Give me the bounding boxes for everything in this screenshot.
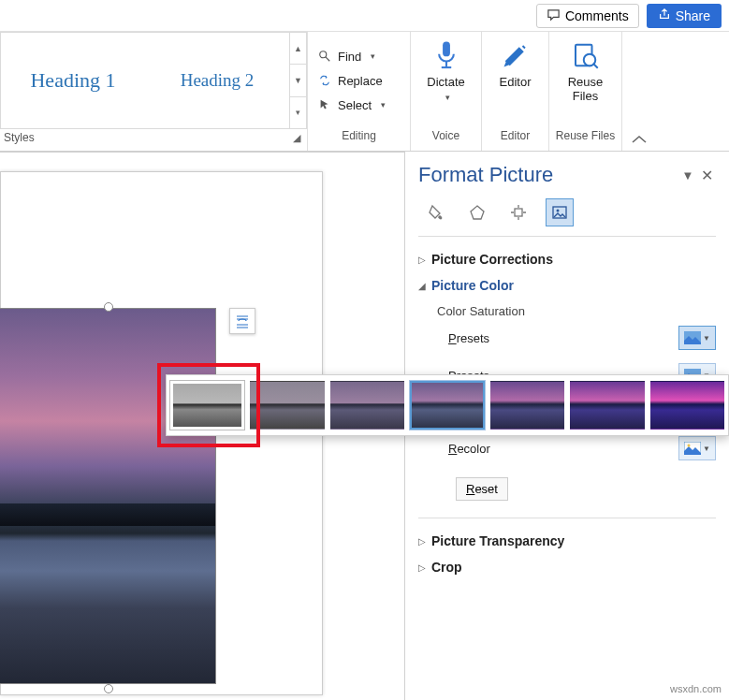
- reuse-files-group-label: Reuse Files: [556, 129, 615, 146]
- svg-line-7: [593, 64, 598, 68]
- selection-handle-bottom[interactable]: [104, 684, 113, 693]
- tab-layout[interactable]: [504, 198, 532, 226]
- voice-group: Dictate ▾ Voice: [411, 32, 482, 151]
- svg-point-15: [688, 445, 691, 447]
- find-button[interactable]: Find ▾: [313, 45, 404, 67]
- style-heading-2[interactable]: Heading 2: [145, 33, 289, 128]
- pane-title: Format Picture: [418, 163, 678, 187]
- svg-line-1: [326, 57, 329, 61]
- svg-marker-8: [471, 206, 484, 219]
- layout-options-button[interactable]: [229, 308, 255, 334]
- find-dropdown[interactable]: ▾: [371, 51, 375, 61]
- share-icon: [658, 7, 671, 23]
- pane-close-button[interactable]: ✕: [697, 167, 716, 184]
- comment-icon: [547, 7, 561, 24]
- microphone-icon: [430, 39, 462, 71]
- pane-options-button[interactable]: ▼: [678, 168, 697, 182]
- gallery-scroll-up[interactable]: ▲: [290, 33, 306, 65]
- preset-thumb-6[interactable]: [650, 381, 724, 430]
- select-icon: [317, 98, 332, 111]
- style-heading-1[interactable]: Heading 1: [1, 33, 145, 128]
- section-title: Crop: [431, 560, 462, 575]
- watermark: wsxdn.com: [670, 683, 722, 694]
- tab-picture[interactable]: [546, 198, 574, 226]
- share-button[interactable]: Share: [647, 4, 722, 28]
- editor-group: Editor Editor: [482, 32, 549, 151]
- styles-dialog-launcher[interactable]: ◢: [290, 131, 303, 144]
- comments-button[interactable]: Comments: [536, 4, 639, 28]
- section-picture-transparency[interactable]: ▷ Picture Transparency: [418, 528, 716, 554]
- dictate-label: Dictate: [427, 75, 464, 89]
- editor-group-label: Editor: [501, 129, 530, 146]
- selected-picture[interactable]: [0, 308, 216, 684]
- select-dropdown[interactable]: ▾: [381, 100, 386, 109]
- svg-rect-2: [443, 42, 450, 57]
- section-picture-corrections[interactable]: ▷ Picture Corrections: [418, 246, 716, 272]
- reset-button[interactable]: Reset: [456, 477, 508, 501]
- replace-button[interactable]: Replace: [313, 69, 404, 92]
- svg-rect-9: [515, 209, 522, 216]
- svg-point-11: [557, 210, 560, 212]
- gallery-expand[interactable]: ▾: [290, 97, 306, 128]
- saturation-presets-gallery: [166, 374, 729, 436]
- tab-effects[interactable]: [463, 198, 491, 226]
- preset-thumb-2[interactable]: [330, 381, 404, 430]
- collapse-ribbon-button[interactable]: [622, 32, 656, 151]
- section-title: Picture Color: [431, 278, 514, 293]
- color-saturation-label: Color Saturation: [437, 304, 716, 318]
- section-picture-color[interactable]: ◢ Picture Color: [418, 272, 716, 299]
- select-label: Select: [338, 98, 372, 112]
- reuse-files-label: Reuse Files: [568, 75, 604, 103]
- comments-label: Comments: [565, 8, 629, 23]
- section-title: Picture Corrections: [431, 252, 553, 267]
- editor-button[interactable]: Editor: [487, 32, 545, 129]
- recolor-label: Recolor: [448, 442, 490, 456]
- dictate-dropdown[interactable]: ▾: [445, 93, 450, 102]
- replace-label: Replace: [338, 74, 383, 88]
- styles-gallery-scroll: ▲ ▼ ▾: [289, 33, 306, 128]
- replace-icon: [317, 74, 332, 87]
- section-crop[interactable]: ▷ Crop: [418, 554, 716, 580]
- svg-point-0: [320, 51, 327, 58]
- expand-icon: ▷: [418, 255, 431, 265]
- editor-label: Editor: [500, 75, 532, 89]
- styles-gallery: Heading 1 Heading 2 ▲ ▼ ▾: [0, 32, 307, 129]
- select-button[interactable]: Select ▾: [313, 94, 404, 116]
- preset-thumb-5[interactable]: [570, 381, 644, 430]
- gallery-scroll-down[interactable]: ▼: [290, 65, 306, 96]
- saturation-presets-button[interactable]: ▼: [678, 326, 716, 350]
- find-label: Find: [338, 50, 361, 64]
- reuse-files-button[interactable]: Reuse Files: [555, 32, 617, 129]
- tab-fill-line[interactable]: [422, 198, 450, 226]
- editor-icon: [500, 39, 532, 71]
- styles-group-label: Styles: [4, 131, 35, 144]
- expand-icon: ▷: [418, 536, 431, 547]
- styles-group: Heading 1 Heading 2 ▲ ▼ ▾ Styles ◢: [0, 32, 308, 151]
- preset-thumb-4[interactable]: [490, 381, 564, 430]
- section-title: Picture Transparency: [431, 533, 564, 548]
- voice-group-label: Voice: [432, 129, 459, 146]
- preset-thumb-0[interactable]: [170, 381, 244, 430]
- preset-thumb-1[interactable]: [250, 381, 324, 430]
- reuse-files-icon: [569, 39, 601, 71]
- collapse-icon: ◢: [418, 281, 431, 291]
- reuse-files-group: Reuse Files Reuse Files: [549, 32, 622, 151]
- find-icon: [317, 50, 332, 63]
- selection-handle-top[interactable]: [104, 302, 113, 312]
- dictate-button[interactable]: Dictate ▾: [414, 32, 477, 129]
- expand-icon: ▷: [418, 562, 431, 573]
- editing-group: Find ▾ Replace Select ▾ Editing: [308, 32, 411, 151]
- preset-thumb-3[interactable]: [410, 381, 484, 430]
- share-label: Share: [676, 8, 710, 23]
- recolor-button[interactable]: ▼: [678, 436, 716, 460]
- editing-group-label: Editing: [308, 129, 410, 146]
- saturation-presets-label: Presets: [448, 331, 489, 345]
